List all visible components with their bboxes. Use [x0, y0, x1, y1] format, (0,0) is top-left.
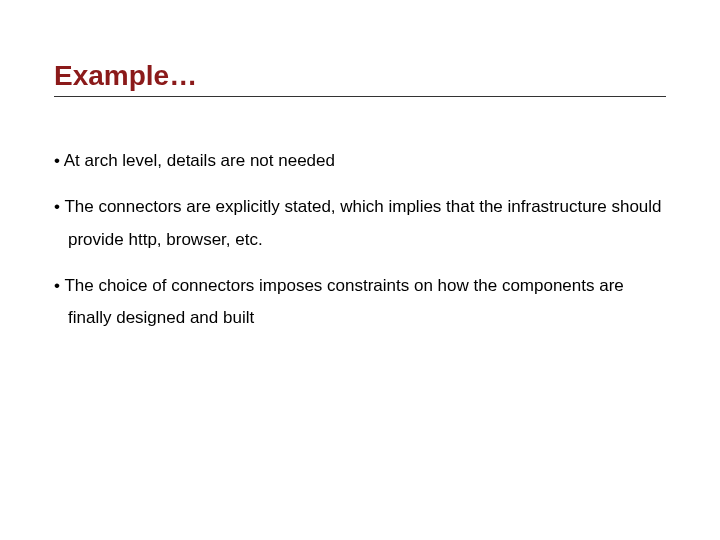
- bullet-item: The choice of connectors imposes constra…: [54, 270, 666, 335]
- slide-container: Example… At arch level, details are not …: [0, 0, 720, 334]
- bullet-item: At arch level, details are not needed: [54, 145, 666, 177]
- slide-title: Example…: [54, 60, 666, 97]
- bullet-list: At arch level, details are not needed Th…: [54, 145, 666, 334]
- bullet-item: The connectors are explicitly stated, wh…: [54, 191, 666, 256]
